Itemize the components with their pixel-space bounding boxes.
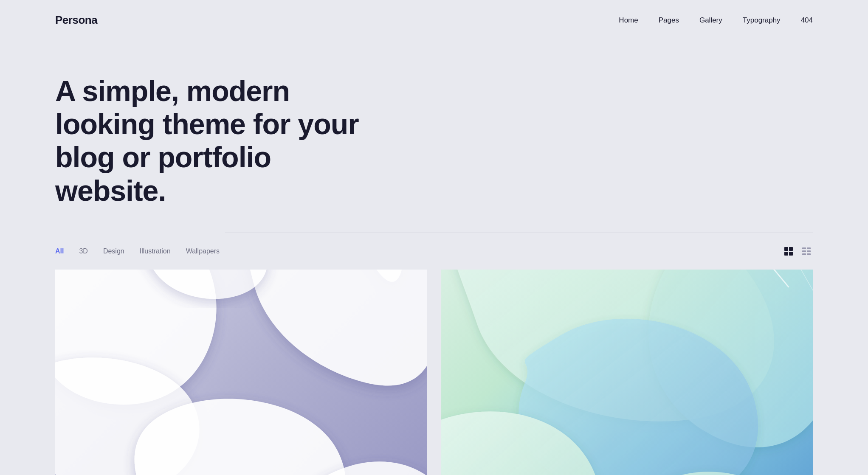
gallery-grid (0, 270, 868, 475)
filter-illustration[interactable]: Illustration (140, 247, 171, 255)
svg-rect-6 (802, 250, 806, 252)
nav-item-typography[interactable]: Typography (743, 16, 781, 25)
svg-rect-7 (807, 250, 811, 252)
main-nav: Home Pages Gallery Typography 404 (619, 16, 813, 25)
filter-bar: All 3D Design Illustration Wallpapers (0, 233, 868, 270)
filter-3d[interactable]: 3D (79, 247, 87, 255)
svg-rect-3 (789, 252, 793, 256)
filter-wallpapers[interactable]: Wallpapers (186, 247, 220, 255)
svg-rect-8 (802, 253, 806, 255)
filter-tags: All 3D Design Illustration Wallpapers (55, 247, 220, 255)
svg-rect-9 (807, 253, 811, 255)
site-logo[interactable]: Persona (55, 14, 97, 27)
svg-rect-4 (802, 247, 806, 249)
hero-section: A simple, modern looking theme for your … (0, 40, 868, 233)
nav-item-home[interactable]: Home (619, 16, 638, 25)
filter-design[interactable]: Design (103, 247, 124, 255)
section-divider (55, 233, 813, 233)
filter-all[interactable]: All (55, 247, 64, 255)
svg-rect-5 (807, 247, 811, 249)
svg-rect-0 (784, 247, 788, 251)
list-view-button[interactable] (800, 245, 813, 258)
grid-view-button[interactable] (782, 245, 795, 258)
svg-rect-2 (784, 252, 788, 256)
svg-rect-1 (789, 247, 793, 251)
nav-item-404[interactable]: 404 (801, 16, 813, 25)
gallery-item-2[interactable] (441, 270, 813, 475)
gallery-item-1[interactable] (55, 270, 427, 475)
site-header: Persona Home Pages Gallery Typography 40… (0, 0, 868, 40)
hero-headline: A simple, modern looking theme for your … (55, 74, 378, 207)
nav-item-gallery[interactable]: Gallery (699, 16, 722, 25)
nav-item-pages[interactable]: Pages (659, 16, 679, 25)
view-toggles (782, 245, 813, 258)
